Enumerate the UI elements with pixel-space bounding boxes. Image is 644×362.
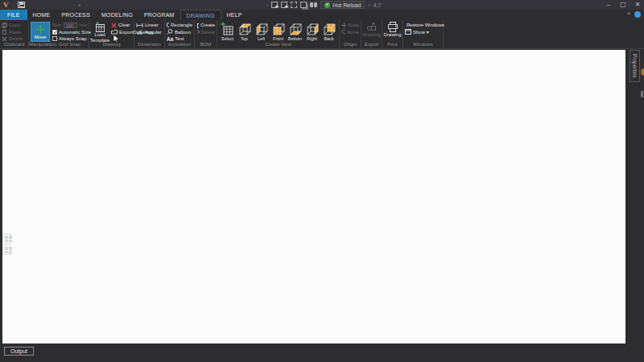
group-origin: Snap Move Origin — [340, 20, 361, 48]
delete-icon — [2, 36, 7, 42]
angular-dimension-icon — [136, 29, 143, 35]
create-view-right-button[interactable]: Right — [303, 22, 320, 42]
cube-top-face-icon — [237, 22, 252, 36]
create-view-select-button[interactable]: Select — [219, 22, 236, 42]
create-view-label: Back — [324, 36, 333, 41]
group-grid-snap: Size 100 mm Automatic Size Always Snap G… — [51, 20, 89, 48]
group-title: Windows — [403, 42, 443, 47]
group-bom: Create Delete BOM — [195, 20, 217, 48]
hot-reload-button[interactable]: Hot Reload — [320, 1, 365, 9]
dock-grid-button[interactable] — [2, 245, 11, 255]
rectangle-annotation-button[interactable]: Rectangle — [167, 22, 192, 29]
tab-drawing[interactable]: DRAWING — [180, 10, 221, 20]
select-element-icon[interactable] — [281, 2, 287, 8]
create-view-top-button[interactable]: Top — [236, 22, 253, 42]
paste-button[interactable]: Paste — [2, 29, 27, 36]
angular-dimension-button[interactable]: Angular — [136, 29, 163, 36]
linear-dimension-button[interactable]: Linear — [136, 22, 163, 29]
ribbon: Copy Paste Delete Clipboard Move Manipul… — [0, 20, 644, 49]
tab-process[interactable]: PROCESS — [56, 10, 96, 20]
edge-indicator-tick — [641, 91, 643, 97]
cube-bottom-face-icon — [288, 22, 303, 36]
create-view-label: Top — [241, 36, 248, 41]
cube-back-face-icon — [322, 22, 336, 36]
origin-snap-icon — [341, 23, 346, 28]
load-template-button[interactable]: Load Template — [91, 22, 109, 43]
bom-create-icon — [196, 22, 199, 28]
debug-collapse-icon[interactable]: ‹ — [266, 2, 268, 8]
track-focused-element-icon[interactable] — [300, 2, 307, 8]
bom-create-button[interactable]: Create — [196, 22, 215, 29]
show-windows-button[interactable]: Show ▾ — [405, 29, 441, 36]
paste-icon — [2, 29, 7, 35]
create-view-label: Right — [307, 36, 317, 41]
group-title: Print — [382, 42, 402, 47]
load-template-icon — [94, 22, 105, 32]
group-print: Drawing Print — [382, 20, 403, 48]
go-to-live-visual-tree-icon[interactable] — [271, 2, 278, 8]
copy-button[interactable]: Copy — [2, 22, 27, 29]
create-view-back-button[interactable]: Back — [320, 22, 337, 42]
dock-handle-widget[interactable] — [2, 233, 12, 257]
group-title: Grid Snap — [51, 42, 89, 47]
properties-tab[interactable]: Properties — [630, 50, 640, 82]
create-view-front-button[interactable]: Front — [270, 22, 287, 42]
app-logo-icon: V — [3, 1, 9, 9]
export-drawing-button[interactable]: Drawing — [363, 22, 380, 38]
group-drawing: Load Template Clear ExportDrawings Drawi… — [89, 20, 134, 48]
tab-modeling[interactable]: MODELING — [96, 10, 138, 20]
mouse-cursor — [113, 34, 120, 44]
printer-icon — [387, 22, 398, 32]
display-layout-adorners-icon[interactable] — [291, 2, 297, 8]
rectangle-icon — [167, 23, 169, 27]
create-view-bottom-button[interactable]: Bottom — [287, 22, 303, 42]
origin-move-button[interactable]: Move — [341, 29, 359, 36]
group-title: Manipulation — [29, 42, 50, 47]
edge-indicator-orange — [641, 68, 644, 76]
origin-snap-button[interactable]: Snap — [341, 22, 359, 29]
create-view-label: Bottom — [288, 36, 302, 41]
grid-size-input[interactable]: 100 — [64, 23, 77, 28]
move-button[interactable]: Move — [31, 22, 50, 42]
print-drawing-button[interactable]: Drawing — [384, 22, 401, 38]
move-label: Move — [35, 35, 47, 39]
minimize-button[interactable]: – — [604, 0, 613, 10]
collapse-ribbon-icon[interactable]: ^ — [627, 10, 630, 19]
bom-delete-button[interactable]: Delete — [196, 29, 215, 36]
group-title: Drawing — [89, 42, 134, 47]
drawing-canvas[interactable] — [2, 50, 625, 343]
maximize-button[interactable]: ▢ — [618, 0, 628, 10]
create-view-label: Select — [221, 36, 233, 41]
group-dimension: Linear Angular Dimension — [134, 20, 165, 48]
binoculars-icon[interactable] — [310, 2, 317, 7]
group-title: Clipboard — [0, 42, 28, 47]
view-select-grid-icon — [221, 22, 235, 36]
help-icon[interactable] — [634, 11, 641, 18]
create-view-label: Front — [273, 36, 283, 41]
create-view-left-button[interactable]: Left — [253, 22, 270, 42]
move-arrows-icon — [35, 24, 46, 35]
balloon-annotation-button[interactable]: Balloon — [167, 29, 192, 36]
output-tab[interactable]: Output — [4, 347, 34, 356]
show-windows-icon — [405, 29, 411, 35]
group-create-view: SelectTopLeftFrontBottomRightBack Create… — [217, 20, 340, 48]
checkbox-icon — [52, 36, 57, 41]
linear-dimension-icon — [136, 23, 143, 28]
tab-help[interactable]: HELP — [221, 10, 248, 20]
window-controls: – ▢ ✕ — [604, 0, 642, 10]
close-button[interactable]: ✕ — [633, 0, 642, 10]
grid-size-row: Size 100 mm — [52, 22, 87, 29]
group-annotation: Rectangle Balloon Aa Text Annotation — [165, 20, 195, 48]
balloon-icon — [167, 29, 173, 35]
group-windows: Restore Windows Show ▾ Windows — [403, 20, 444, 48]
dock-grid-button[interactable] — [2, 233, 11, 244]
tab-file[interactable]: FILE — [0, 10, 27, 20]
restore-windows-button[interactable]: Restore Windows — [405, 22, 441, 29]
tab-home[interactable]: HOME — [27, 10, 56, 20]
hot-reload-label: Hot Reload — [332, 2, 361, 8]
save-icon[interactable] — [18, 2, 25, 8]
automatic-size-checkbox[interactable]: Automatic Size — [52, 29, 87, 36]
group-title: Annotation — [165, 42, 194, 47]
text-icon: Aa — [167, 36, 173, 42]
tab-program[interactable]: PROGRAM — [138, 10, 180, 20]
